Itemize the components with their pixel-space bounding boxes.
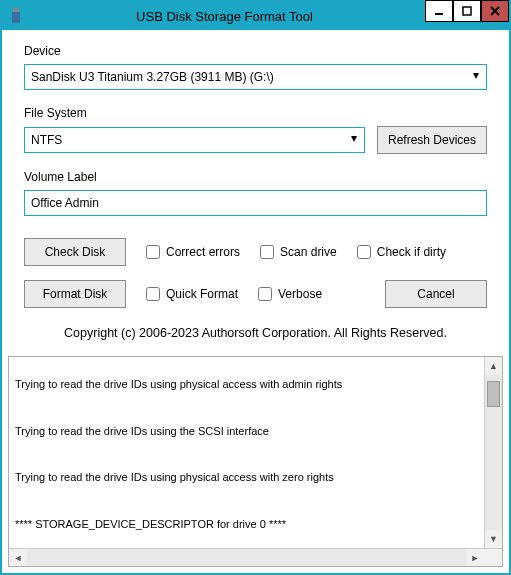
scroll-up-icon[interactable]: ▲ [485,357,502,375]
scroll-right-icon[interactable]: ► [466,549,484,566]
main-content: Device SanDisk U3 Titanium 3.27GB (3911 … [2,30,509,356]
usb-drive-icon [8,8,24,24]
svg-rect-1 [12,12,20,23]
filesystem-select[interactable]: NTFS [24,127,365,153]
device-select[interactable]: SanDisk U3 Titanium 3.27GB (3911 MB) (G:… [24,64,487,90]
scan-drive-checkbox[interactable]: Scan drive [260,245,337,259]
refresh-devices-button[interactable]: Refresh Devices [377,126,487,154]
maximize-button[interactable] [453,0,481,22]
quick-format-checkbox[interactable]: Quick Format [146,287,238,301]
verbose-checkbox[interactable]: Verbose [258,287,322,301]
volume-label-input[interactable] [24,190,487,216]
volume-label-label: Volume Label [24,170,487,184]
scroll-left-icon[interactable]: ◄ [9,549,27,566]
scroll-thumb[interactable] [487,381,500,407]
log-panel: Trying to read the drive IDs using physi… [8,356,503,567]
app-window: USB Disk Storage Format Tool Device SanD… [0,0,511,575]
minimize-button[interactable] [425,0,453,22]
scroll-down-icon[interactable]: ▼ [485,530,502,548]
format-disk-row: Format Disk Quick Format Verbose Cancel [24,280,487,308]
cancel-button[interactable]: Cancel [385,280,487,308]
svg-rect-0 [13,8,19,12]
scroll-corner [484,549,502,566]
check-disk-row: Check Disk Correct errors Scan drive Che… [24,238,487,266]
vertical-scrollbar[interactable]: ▲ ▼ [484,357,502,548]
correct-errors-checkbox[interactable]: Correct errors [146,245,240,259]
close-button[interactable] [481,0,509,22]
check-if-dirty-checkbox[interactable]: Check if dirty [357,245,446,259]
window-controls [425,0,509,22]
device-label: Device [24,44,487,58]
check-disk-button[interactable]: Check Disk [24,238,126,266]
titlebar[interactable]: USB Disk Storage Format Tool [2,2,509,30]
copyright-text: Copyright (c) 2006-2023 Authorsoft Corpo… [24,326,487,340]
svg-rect-3 [463,7,471,15]
filesystem-label: File System [24,106,487,120]
log-output[interactable]: Trying to read the drive IDs using physi… [9,357,484,548]
horizontal-scrollbar[interactable]: ◄ ► [9,548,502,566]
format-disk-button[interactable]: Format Disk [24,280,126,308]
